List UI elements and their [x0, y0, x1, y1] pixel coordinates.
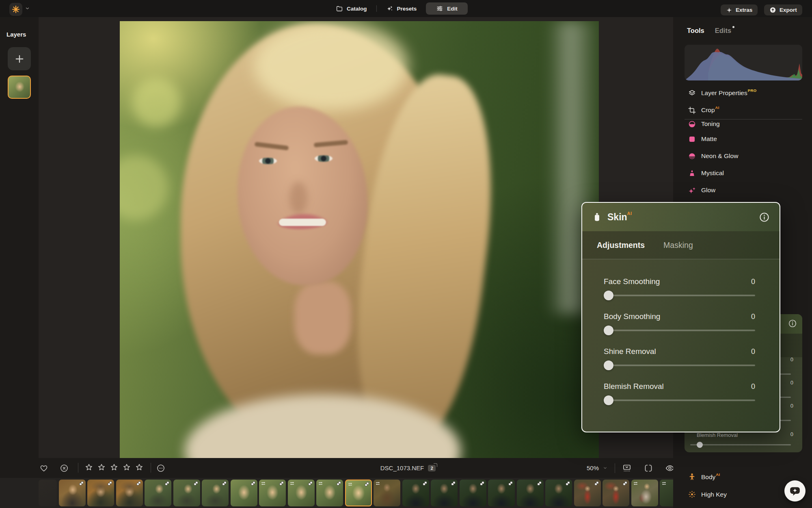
slider-knob[interactable] — [604, 360, 613, 370]
app-logo-button[interactable] — [9, 3, 22, 16]
layers-icon — [688, 89, 696, 98]
folder-icon — [336, 5, 343, 12]
portrait-photo[interactable] — [120, 21, 599, 458]
tool-item-crop[interactable]: CropAI — [685, 102, 802, 119]
slider-row-face-smoothing: Face Smoothing0 — [604, 277, 755, 300]
filmstrip-thumbnail[interactable] — [202, 480, 229, 506]
docked-slider-value: 0 — [790, 403, 793, 409]
edited-icon — [633, 481, 638, 486]
info-icon[interactable] — [788, 319, 797, 328]
zoom-level[interactable]: 50% — [587, 465, 599, 471]
slider-knob[interactable] — [604, 395, 613, 405]
filmstrip-thumbnail[interactable] — [545, 480, 572, 506]
edited-icon — [289, 481, 295, 486]
filmstrip-thumbnail[interactable] — [145, 480, 171, 506]
star-icon[interactable] — [135, 463, 144, 472]
slider[interactable] — [604, 360, 755, 370]
layer-thumbnail[interactable] — [8, 76, 31, 99]
assistant-chat-button[interactable] — [784, 480, 806, 501]
filmstrip-thumbnail[interactable] — [374, 480, 400, 506]
logo-chevron-down-icon[interactable] — [24, 5, 30, 11]
skin-panel-header[interactable]: SkinAI — [582, 203, 780, 231]
filmstrip-thumbnail[interactable] — [316, 480, 343, 506]
star-icon[interactable] — [122, 463, 131, 472]
filmstrip-thumbnail[interactable] — [59, 480, 86, 506]
edited-icon — [661, 481, 667, 486]
pro-badge: PRO — [748, 88, 757, 93]
histogram[interactable] — [685, 45, 802, 80]
filmstrip-thumbnail[interactable] — [402, 480, 429, 506]
stack-icon — [622, 481, 628, 486]
star-icon[interactable] — [97, 463, 106, 472]
compare-before-after-icon[interactable] — [644, 463, 653, 473]
extras-button[interactable]: Extras — [721, 4, 758, 15]
slider[interactable] — [604, 326, 755, 335]
skin-tab-masking[interactable]: Masking — [663, 241, 693, 250]
stack-icon — [537, 481, 542, 486]
stack-icon — [308, 481, 313, 486]
skin-tab-adjustments[interactable]: Adjustments — [597, 241, 645, 250]
filmstrip-thumbnail[interactable] — [87, 480, 114, 506]
filmstrip-thumbnail[interactable] — [574, 480, 601, 506]
photo-shape — [120, 155, 168, 220]
ai-badge: AI — [716, 472, 720, 477]
photo-shape — [259, 158, 277, 164]
sidebar-tab-edits[interactable]: Edits — [715, 27, 734, 35]
highkey-icon — [688, 490, 696, 499]
skin-tool-icon — [592, 212, 602, 222]
filmstrip-thumbnail[interactable] — [488, 480, 515, 506]
slider-knob[interactable] — [604, 291, 613, 300]
star-icon[interactable] — [110, 463, 119, 472]
tool-item-neon-glow[interactable]: Neon & Glow — [685, 148, 802, 165]
filmstrip-thumbnail[interactable] — [431, 480, 458, 506]
tab-presets[interactable]: Presets — [380, 2, 423, 15]
reject-button[interactable] — [59, 463, 69, 473]
star-rating[interactable] — [84, 463, 144, 472]
add-layer-button[interactable] — [8, 47, 31, 70]
skin-panel[interactable]: SkinAI AdjustmentsMasking Face Smoothing… — [581, 202, 780, 432]
stack-icon — [422, 481, 428, 486]
tool-item-matte[interactable]: Matte — [685, 130, 802, 148]
filmstrip-toggle-icon[interactable] — [622, 463, 632, 473]
docked-slider-value: 0 — [790, 356, 793, 363]
star-icon[interactable] — [84, 463, 93, 472]
extras-label: Extras — [736, 7, 752, 13]
filmstrip-thumbnail[interactable] — [259, 480, 286, 506]
filmstrip-thumbnail[interactable] — [173, 480, 200, 506]
stack-icon — [193, 481, 199, 486]
tool-item-glow[interactable]: Glow — [685, 182, 802, 199]
export-button[interactable]: Export — [764, 4, 802, 15]
zoom-chevron-down-icon[interactable] — [603, 465, 608, 471]
tool-item-layer-properties[interactable]: Layer PropertiesPRO — [685, 85, 802, 102]
filmstrip-thumbnail[interactable] — [231, 480, 257, 506]
sidebar-tab-tools[interactable]: Tools — [687, 27, 704, 35]
tool-item-toning[interactable]: Toning — [685, 120, 802, 130]
filmstrip-thumbnail[interactable] — [517, 480, 544, 506]
slider-knob[interactable] — [604, 326, 613, 335]
tab-catalog[interactable]: Catalog — [330, 2, 373, 15]
tool-item-mystical[interactable]: Mystical — [685, 165, 802, 182]
tool-item-body[interactable]: BodyAI — [685, 468, 802, 486]
slider[interactable] — [604, 291, 755, 300]
filmstrip-thumbnail[interactable] — [288, 480, 315, 506]
filmstrip-thumbnail-selected[interactable] — [345, 480, 372, 506]
filmstrip-thumbnail[interactable] — [116, 480, 143, 506]
filmstrip-thumbnail[interactable] — [603, 480, 629, 506]
filmstrip-thumbnail[interactable] — [660, 480, 673, 506]
tab-edit[interactable]: Edit — [426, 2, 468, 15]
info-icon[interactable] — [759, 212, 770, 223]
stack-icon — [251, 481, 256, 486]
favorite-button[interactable] — [39, 463, 49, 473]
circle-ellipsis-icon — [156, 464, 165, 473]
stack-count-badge[interactable]: 2 — [428, 465, 436, 471]
filmstrip-thumbnail[interactable] — [39, 480, 57, 506]
slider[interactable] — [604, 395, 755, 405]
slider-label: Face Smoothing — [604, 277, 660, 286]
filmstrip-thumbnail[interactable] — [460, 480, 486, 506]
docked-slider-track[interactable] — [690, 444, 791, 445]
skin-panel-title: SkinAI — [607, 212, 632, 223]
filmstrip-thumbnail[interactable] — [631, 480, 658, 506]
docked-slider-knob[interactable] — [697, 442, 703, 448]
docked-slider-value: 0 — [790, 380, 793, 386]
more-options-button[interactable] — [155, 463, 166, 473]
